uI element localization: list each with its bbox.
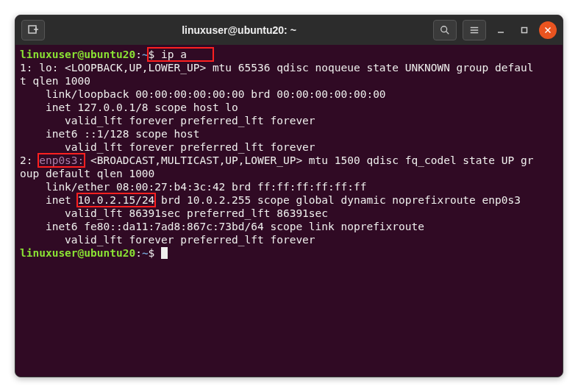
output-line: inet6 fe80::da11:7ad8:867c:73bd/64 scope… [20,221,431,232]
window-title: linuxuser@ubuntu20: ~ [51,24,427,36]
output-line: <BROADCAST,MULTICAST,UP,LOWER_UP> mtu 15… [84,154,533,166]
svg-rect-9 [522,28,527,33]
prompt-user-host: linuxuser@ubuntu20 [20,49,135,60]
cursor [161,247,168,259]
menu-button[interactable] [463,20,486,40]
output-line: brd 10.0.2.255 scope global dynamic nopr… [154,194,521,206]
output-line: valid_lft forever preferred_lft forever [20,234,315,246]
prompt-symbol: $ [149,247,155,259]
close-button[interactable] [539,21,557,39]
titlebar: linuxuser@ubuntu20: ~ [15,15,563,45]
search-button[interactable] [433,20,457,40]
search-icon [440,25,450,35]
svg-line-4 [446,32,449,35]
prompt-separator: : [135,247,142,259]
highlight-ip-address: 10.0.2.15/24 [76,193,157,207]
output-line: valid_lft forever preferred_lft forever [20,115,315,126]
prompt-user-host: linuxuser@ubuntu20 [20,247,135,259]
output-line: link/loopback 00:00:00:00:00:00 brd 00:0… [20,88,386,100]
prompt-path: ~ [142,247,149,259]
titlebar-controls [433,20,557,40]
maximize-icon [521,26,528,34]
highlight-interface: enp0s3: [38,153,85,168]
terminal-content[interactable]: linuxuser@ubuntu20:~$ ip a 1: lo: <LOOPB… [15,45,563,263]
terminal-window: linuxuser@ubuntu20: ~ [15,15,563,377]
output-line: oup default qlen 1000 [20,168,154,179]
new-tab-button[interactable] [21,20,45,40]
output-line: 2: [20,154,39,166]
output-line: 1: lo: <LOOPBACK,UP,LOWER_UP> mtu 65536 … [20,62,533,74]
new-tab-icon [27,24,39,36]
output-line: inet 127.0.0.1/8 scope host lo [20,101,238,113]
maximize-button[interactable] [515,21,533,39]
svg-point-3 [441,26,447,32]
prompt-separator: : [135,49,142,60]
output-line: inet6 ::1/128 scope host [20,128,206,140]
output-line: inet [20,194,78,206]
output-line: link/ether 08:00:27:b4:3c:42 brd ff:ff:f… [20,181,366,193]
interface-name: enp0s3: [39,154,84,166]
minimize-icon [497,26,504,34]
command-text: ip a [161,49,187,60]
hamburger-icon [469,25,479,35]
output-line: t qlen 1000 [20,75,90,87]
close-icon [544,26,552,34]
output-line: valid_lft 86391sec preferred_lft 86391se… [20,207,328,219]
highlight-command: $ ip a [147,47,214,62]
output-line: valid_lft forever preferred_lft forever [20,141,315,153]
prompt-symbol: $ [149,49,155,60]
ip-address: 10.0.2.15/24 [78,194,155,206]
minimize-button[interactable] [492,21,510,39]
